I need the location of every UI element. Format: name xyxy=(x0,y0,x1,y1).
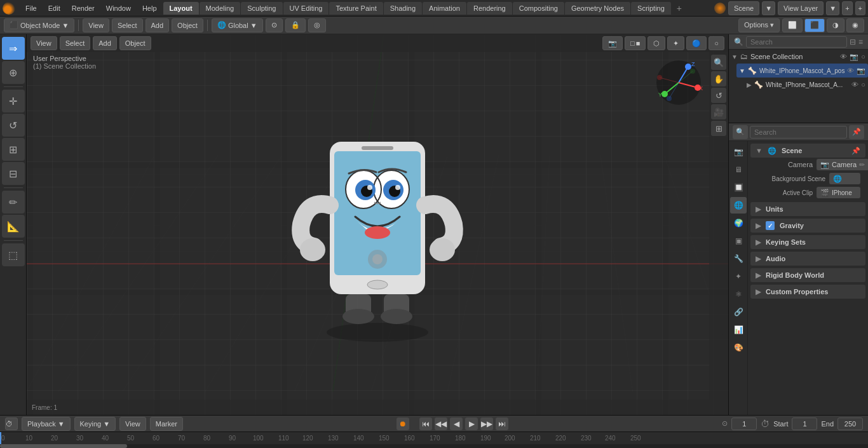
viewport-3d[interactable]: View Select Add Object 📷 □ ■ ⬡ ✦ 🔵 ○ xyxy=(27,34,728,415)
viewport-shading-solid[interactable]: ⬛ xyxy=(804,18,825,32)
tab-uv-editing[interactable]: UV Editing xyxy=(283,2,329,15)
viewport-shading-wire[interactable]: ⬜ xyxy=(782,18,803,32)
mascot-parent-item[interactable]: ▼ 🦴 White_IPhone_Mascot_A_pos 👁 📷 ○ xyxy=(736,64,868,78)
props-data-icon[interactable]: 📊 xyxy=(730,322,747,338)
gravity-header[interactable]: ▶ ✓ Gravity xyxy=(750,219,865,233)
view-layer-add[interactable]: + xyxy=(855,1,865,15)
filter-icon[interactable]: ⊟ xyxy=(850,37,856,46)
camera-edit-icon[interactable]: ✏ xyxy=(859,161,865,169)
view-layer-selector[interactable]: View Layer xyxy=(778,1,824,15)
vp-camera-btn[interactable]: 📷 xyxy=(602,36,623,50)
move-tool[interactable]: ✛ xyxy=(2,90,25,112)
end-frame[interactable] xyxy=(837,417,863,430)
tab-animation[interactable]: Animation xyxy=(423,2,466,15)
vp-camera-view[interactable]: 🎥 xyxy=(711,104,726,119)
tab-texture-paint[interactable]: Texture Paint xyxy=(329,2,383,15)
props-render-icon[interactable]: 📷 xyxy=(730,144,747,160)
timeline-track[interactable]: 0 10 20 30 40 50 60 70 80 90 100 110 120… xyxy=(0,431,868,448)
bg-scene-value[interactable]: 🌐 xyxy=(829,173,860,184)
mascot-child-item[interactable]: ▶ 🦴 White_IPhone_Mascot_A... 👁 ○ xyxy=(744,78,868,92)
mascot-eye[interactable]: 👁 xyxy=(847,67,854,74)
mascot-child-render[interactable]: ○ xyxy=(861,81,865,88)
keying-sets-header[interactable]: ▶ Keying Sets xyxy=(750,235,865,249)
prev-frame-btn[interactable]: ◀◀ xyxy=(435,417,447,430)
scene-header[interactable]: ▼ 🌐 Scene 📌 xyxy=(750,144,865,158)
vp-frame-all[interactable]: ⊞ xyxy=(711,121,726,136)
props-filter-btn[interactable]: 🔍 xyxy=(733,125,748,139)
props-particles-icon[interactable]: ✦ xyxy=(730,268,747,285)
props-view-layer-icon[interactable]: 🔲 xyxy=(730,179,747,196)
vp-proportional-btn[interactable]: ○ xyxy=(709,36,724,50)
menu-render[interactable]: Render xyxy=(67,3,100,13)
props-pin-btn[interactable]: 📌 xyxy=(849,125,864,139)
rigid-body-header[interactable]: ▶ Rigid Body World xyxy=(750,268,865,282)
scene-collection-render[interactable]: ○ xyxy=(861,53,865,60)
vp-zoom-in[interactable]: 🔍 xyxy=(711,55,726,70)
vp-pan[interactable]: ✋ xyxy=(711,71,726,86)
outliner-search[interactable] xyxy=(746,36,847,48)
transform-selector[interactable]: 🌐 Global ▼ xyxy=(212,18,263,32)
start-frame[interactable] xyxy=(792,417,817,430)
props-object-icon[interactable]: ▣ xyxy=(730,233,747,249)
tab-rendering[interactable]: Rendering xyxy=(467,2,512,15)
scale-tool[interactable]: ⊞ xyxy=(2,138,25,161)
vp-select-btn[interactable]: Select xyxy=(60,36,91,50)
vp-orbit[interactable]: ↺ xyxy=(711,88,726,103)
rotate-tool[interactable]: ↺ xyxy=(2,114,25,137)
add-menu[interactable]: Add xyxy=(146,18,170,32)
sort-icon[interactable]: ≡ xyxy=(858,37,863,46)
prev-keyframe-btn[interactable]: ◀ xyxy=(450,417,463,430)
props-modifier-icon[interactable]: 🔧 xyxy=(730,250,747,267)
scene-collection-item[interactable]: ▼ 🗂 Scene Collection 👁 📷 ○ xyxy=(729,50,868,64)
view-menu[interactable]: View xyxy=(83,18,109,32)
playback-menu[interactable]: Playback ▼ xyxy=(22,417,71,431)
props-search[interactable] xyxy=(750,126,847,139)
gravity-checkbox[interactable]: ✓ xyxy=(766,221,775,230)
vp-shading-btns[interactable]: □ ■ xyxy=(625,36,646,50)
scene-settings-icon[interactable]: 📌 xyxy=(851,147,860,155)
custom-props-header[interactable]: ▶ Custom Properties xyxy=(750,285,865,299)
add-cube-tool[interactable]: ⬚ xyxy=(2,243,25,266)
object-menu[interactable]: Object xyxy=(172,18,203,32)
vp-gizmo-btn[interactable]: ✦ xyxy=(667,36,684,50)
next-keyframe-btn[interactable]: ▶▶ xyxy=(480,417,493,430)
options-btn[interactable]: Options ▾ xyxy=(738,18,780,32)
measure-tool[interactable]: 📐 xyxy=(2,215,25,238)
tab-geometry-nodes[interactable]: Geometry Nodes xyxy=(565,2,630,15)
props-scene-icon[interactable]: 🌐 xyxy=(730,197,747,214)
tab-modeling[interactable]: Modeling xyxy=(200,2,241,15)
record-btn[interactable]: ⏺ xyxy=(397,417,409,430)
scene-collection-eye[interactable]: 👁 xyxy=(840,53,847,60)
tab-layout[interactable]: Layout xyxy=(163,2,199,15)
pivot-btn[interactable]: ⊙ xyxy=(266,18,283,32)
mascot-cam[interactable]: 📷 xyxy=(857,67,865,75)
view-layer-expand[interactable]: ▼ xyxy=(826,1,839,15)
audio-header[interactable]: ▶ Audio xyxy=(750,252,865,266)
scene-expand[interactable]: ▼ xyxy=(762,1,775,15)
play-btn[interactable]: ▶ xyxy=(465,417,478,430)
marker-menu[interactable]: Marker xyxy=(150,417,183,431)
cursor-tool[interactable]: ⊕ xyxy=(2,61,25,84)
tab-shading[interactable]: Shading xyxy=(384,2,422,15)
menu-file[interactable]: File xyxy=(20,3,42,13)
vp-overlay-btn[interactable]: ⬡ xyxy=(648,36,665,50)
mascot-child-eye[interactable]: 👁 xyxy=(851,81,858,88)
camera-value-field[interactable]: 📷 Camera ✏ xyxy=(817,159,868,170)
units-header[interactable]: ▶ Units xyxy=(750,202,865,216)
props-material-icon[interactable]: 🎨 xyxy=(730,339,747,356)
timeline-scrollbar[interactable] xyxy=(0,444,868,448)
keying-menu[interactable]: Keying ▼ xyxy=(74,417,116,431)
jump-end-btn[interactable]: ⏭ xyxy=(496,417,508,430)
menu-edit[interactable]: Edit xyxy=(43,3,65,13)
current-frame[interactable] xyxy=(731,417,757,430)
select-tool[interactable]: ⇒ xyxy=(2,37,25,60)
scene-selector[interactable]: Scene xyxy=(728,1,759,15)
add-workspace-tab[interactable]: + xyxy=(672,1,687,16)
timeline-scrollbar-thumb[interactable] xyxy=(0,444,127,448)
menu-help[interactable]: Help xyxy=(137,3,162,13)
transform-tool[interactable]: ⊟ xyxy=(2,162,25,185)
props-physics-icon[interactable]: ⚛ xyxy=(730,286,747,302)
jump-start-btn[interactable]: ⏮ xyxy=(419,417,432,430)
viewport-shading-render[interactable]: ◉ xyxy=(846,18,864,32)
view-menu-tl[interactable]: View xyxy=(119,417,146,431)
